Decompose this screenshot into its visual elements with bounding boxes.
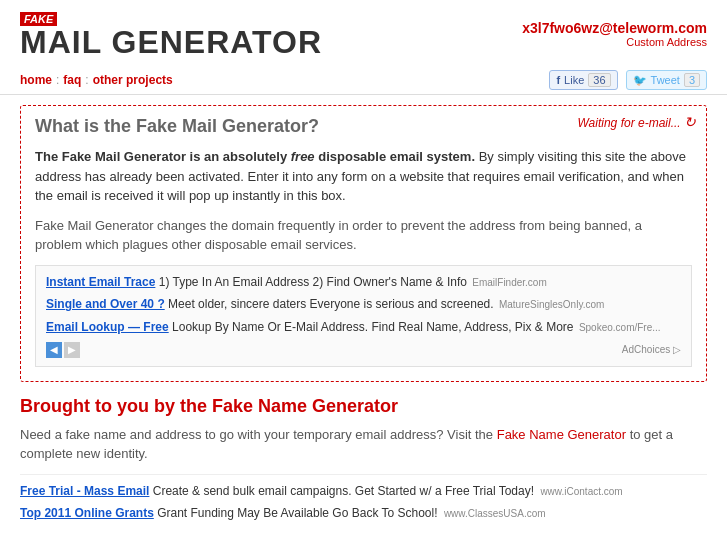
fng-title-link[interactable]: Fake Name Generator: [212, 396, 398, 416]
tweet-label: Tweet: [651, 74, 680, 86]
bottom-ad-link-1[interactable]: Free Trial - Mass Email: [20, 484, 149, 498]
main: Waiting for e-mail... ↻ What is the Fake…: [0, 95, 727, 545]
waiting-label: Waiting for e-mail... ↻: [578, 114, 697, 130]
nav-sep-2: :: [85, 73, 88, 87]
facebook-icon: f: [556, 74, 560, 86]
ad-domain-1: EmailFinder.com: [472, 277, 546, 288]
ad-item-1: Instant Email Trace 1) Type In An Email …: [46, 274, 681, 291]
waiting-icon: ↻: [684, 114, 696, 130]
ad-nav: ◀ ▶ AdChoices ▷: [46, 342, 681, 358]
fng-description: Need a fake name and address to go with …: [20, 425, 707, 464]
fng-desc-link[interactable]: Fake Name Generator: [497, 427, 626, 442]
bottom-ad-desc-2: Grant Funding May Be Available Go Back T…: [157, 506, 437, 520]
tweet-count: 3: [684, 73, 700, 87]
intro-second-paragraph: Fake Mail Generator changes the domain f…: [35, 216, 692, 255]
ad-link-1[interactable]: Instant Email Trace: [46, 275, 155, 289]
fng-title-prefix: Brought to you by the: [20, 396, 212, 416]
ad-desc-2: Meet older, sincere daters Everyone is s…: [168, 297, 497, 311]
email-address[interactable]: x3l7fwo6wz@teleworm.com: [522, 20, 707, 36]
ad-arrows: ◀ ▶: [46, 342, 80, 358]
intro-paragraph: The Fake Mail Generator is an absolutely…: [35, 147, 692, 206]
nav-sep-1: :: [56, 73, 59, 87]
fng-desc-prefix: Need a fake name and address to go with …: [20, 427, 497, 442]
header-right: x3l7fwo6wz@teleworm.com Custom Address: [522, 12, 707, 48]
ad-domain-3: Spokeo.com/Fre...: [579, 322, 661, 333]
ad-item-2: Single and Over 40 ? Meet older, sincere…: [46, 296, 681, 313]
custom-address-link[interactable]: Custom Address: [522, 36, 707, 48]
bottom-ad-desc-1: Create & send bulk email campaigns. Get …: [153, 484, 534, 498]
bottom-ad-domain-1: www.iContact.com: [540, 486, 622, 497]
site-title: MAIL GENERATOR: [20, 26, 322, 58]
ad-next-button[interactable]: ▶: [64, 342, 80, 358]
bottom-ad-link-2[interactable]: Top 2011 Online Grants: [20, 506, 154, 520]
fng-section: Brought to you by the Fake Name Generato…: [20, 396, 707, 537]
ad-domain-2: MatureSinglesOnly.com: [499, 299, 604, 310]
like-button[interactable]: f Like 36: [549, 70, 617, 90]
bottom-ad-2: Top 2011 Online Grants Grant Funding May…: [20, 505, 707, 522]
nav-bar: home : faq : other projects f Like 36 🐦 …: [0, 66, 727, 95]
fng-title: Brought to you by the Fake Name Generato…: [20, 396, 707, 417]
twitter-icon: 🐦: [633, 74, 647, 87]
like-count: 36: [588, 73, 610, 87]
ad-link-2[interactable]: Single and Over 40 ?: [46, 297, 165, 311]
like-label: Like: [564, 74, 584, 86]
ad-desc-1: 1) Type In An Email Address 2) Find Owne…: [159, 275, 471, 289]
ad-prev-button[interactable]: ◀: [46, 342, 62, 358]
nav-other[interactable]: other projects: [93, 73, 173, 87]
adchoices-label: AdChoices ▷: [622, 344, 681, 355]
bottom-ads: Free Trial - Mass Email Create & send bu…: [20, 474, 707, 522]
bottom-ad-1: Free Trial - Mass Email Create & send bu…: [20, 483, 707, 500]
nav-faq[interactable]: faq: [63, 73, 81, 87]
inbox-box: Waiting for e-mail... ↻ What is the Fake…: [20, 105, 707, 382]
ad-desc-3: Lookup By Name Or E-Mail Address. Find R…: [172, 320, 577, 334]
nav-home[interactable]: home: [20, 73, 52, 87]
tweet-button[interactable]: 🐦 Tweet 3: [626, 70, 707, 90]
logo-area: FAKE MAIL GENERATOR: [20, 12, 322, 58]
nav-links: home : faq : other projects: [20, 73, 173, 87]
ad-area: Instant Email Trace 1) Type In An Email …: [35, 265, 692, 367]
social-buttons: f Like 36 🐦 Tweet 3: [549, 70, 707, 90]
ad-item-3: Email Lookup — Free Lookup By Name Or E-…: [46, 319, 681, 336]
ad-link-3[interactable]: Email Lookup — Free: [46, 320, 169, 334]
header: FAKE MAIL GENERATOR x3l7fwo6wz@teleworm.…: [0, 0, 727, 66]
bottom-ad-domain-2: www.ClassesUSA.com: [444, 508, 546, 519]
